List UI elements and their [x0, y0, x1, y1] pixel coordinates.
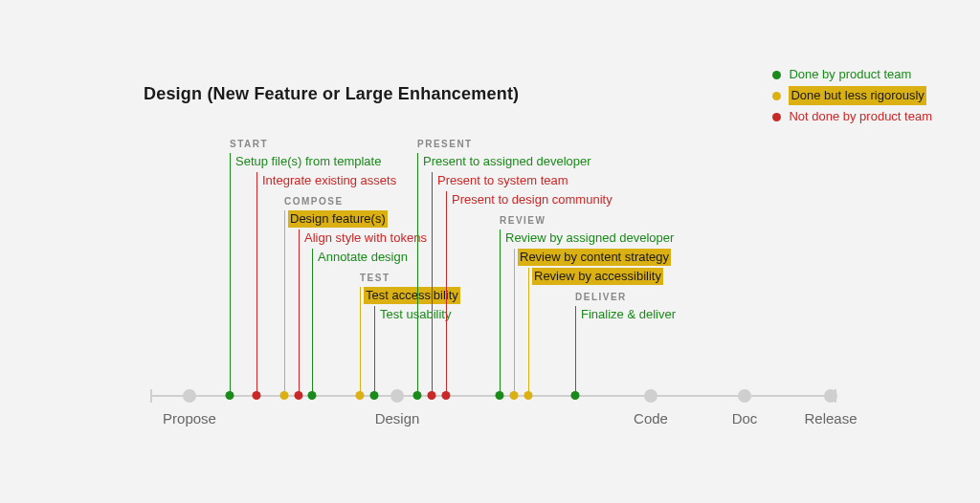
- task-connector-icon: [284, 210, 285, 395]
- legend-label: Done but less rigorously: [789, 86, 925, 105]
- task-connector-icon: [528, 268, 529, 395]
- task-label: Review by accessibility: [532, 268, 663, 285]
- legend-label: Not done by product team: [789, 107, 932, 126]
- task-marker-icon: [295, 391, 303, 400]
- task-marker-icon: [308, 391, 317, 400]
- task-marker-icon: [280, 391, 289, 400]
- task-connector-icon: [432, 172, 433, 395]
- task-marker-icon: [226, 391, 234, 400]
- task-connector-icon: [256, 172, 257, 395]
- legend: Done by product teamDone but less rigoro…: [772, 65, 932, 128]
- task-connector-icon: [417, 153, 418, 395]
- phase-label-code: Code: [634, 410, 668, 426]
- task-connector-icon: [360, 287, 361, 395]
- phase-marker-design: [390, 389, 404, 403]
- task-connector-icon: [230, 153, 231, 395]
- phase-label-propose: Propose: [163, 410, 216, 426]
- task-label: Align style with tokens: [302, 230, 429, 247]
- task-marker-icon: [253, 391, 261, 400]
- phase-label-design: Design: [375, 410, 420, 426]
- task-label: Test usability: [378, 306, 453, 323]
- stage-header-compose: COMPOSE: [284, 196, 344, 207]
- task-marker-icon: [356, 391, 365, 400]
- task-label: Design feature(s): [288, 210, 388, 228]
- task-label: Present to system team: [435, 172, 570, 189]
- legend-row: Not done by product team: [772, 107, 932, 126]
- stage-header-test: TEST: [360, 273, 390, 283]
- phase-marker-code: [644, 389, 657, 403]
- task-label: Present to design community: [450, 191, 614, 208]
- legend-dot-icon: [772, 113, 781, 121]
- task-marker-icon: [370, 391, 379, 400]
- stage-header-deliver: DELIVER: [575, 292, 627, 302]
- phase-marker-release: [824, 389, 837, 403]
- task-connector-icon: [374, 306, 375, 395]
- task-connector-icon: [500, 230, 501, 395]
- legend-label: Done by product team: [789, 65, 911, 84]
- axis-cap-left-icon: [150, 389, 152, 403]
- task-marker-icon: [524, 391, 533, 400]
- task-connector-icon: [446, 191, 447, 395]
- diagram-title: Design (New Feature or Large Enhancement…: [144, 84, 519, 104]
- task-connector-icon: [514, 249, 515, 395]
- phase-marker-propose: [183, 389, 196, 403]
- task-marker-icon: [428, 391, 436, 400]
- legend-row: Done by product team: [772, 65, 932, 84]
- phase-label-release: Release: [804, 410, 857, 426]
- legend-dot-icon: [772, 92, 781, 100]
- phase-label-doc: Doc: [732, 410, 758, 426]
- task-marker-icon: [442, 391, 451, 400]
- legend-row: Done but less rigorously: [772, 86, 932, 105]
- legend-dot-icon: [772, 71, 781, 79]
- task-label: Review by content strategy: [518, 249, 671, 266]
- task-connector-icon: [575, 306, 576, 395]
- task-label: Setup file(s) from template: [234, 153, 383, 170]
- phase-marker-doc: [738, 389, 751, 403]
- task-label: Review by assigned developer: [503, 230, 676, 247]
- task-label: Present to assigned developer: [421, 153, 593, 170]
- task-marker-icon: [571, 391, 580, 400]
- task-marker-icon: [510, 391, 519, 400]
- stage-header-present: PRESENT: [417, 139, 473, 149]
- task-label: Finalize & deliver: [579, 306, 678, 323]
- stage-header-review: REVIEW: [500, 215, 546, 226]
- task-connector-icon: [299, 230, 300, 395]
- task-marker-icon: [496, 391, 504, 400]
- task-label: Annotate design: [316, 249, 410, 266]
- task-connector-icon: [312, 249, 313, 395]
- stage-header-start: START: [230, 139, 268, 149]
- task-label: Integrate existing assets: [260, 172, 398, 189]
- task-marker-icon: [413, 391, 422, 400]
